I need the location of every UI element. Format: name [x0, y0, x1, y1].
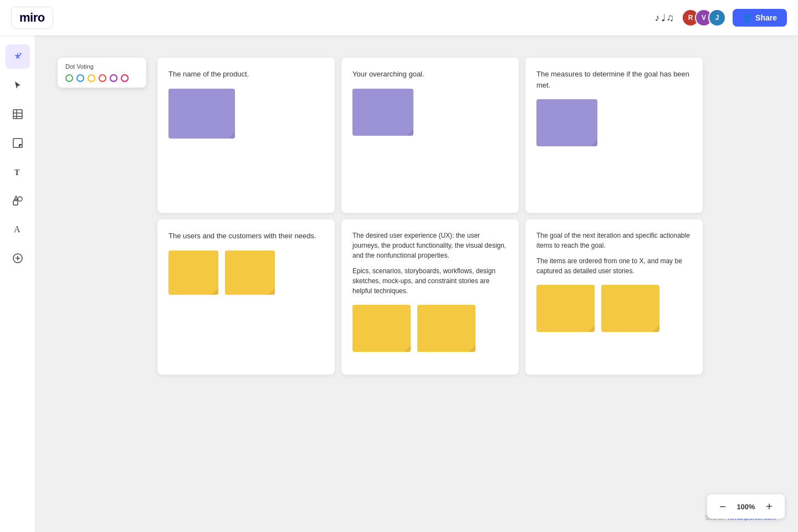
zoom-in-button[interactable]: + — [761, 499, 777, 514]
dot-voting-label: Dot Voting — [65, 63, 139, 70]
sticky-note[interactable] — [225, 250, 275, 295]
svg-point-8 — [18, 197, 22, 201]
card-5-para-2: Epics, scenarios, storyboards, workflows… — [352, 266, 508, 296]
card-6-para-2: The items are ordered from one to X, and… — [536, 256, 692, 276]
avatars-group: R V J — [682, 9, 726, 27]
canvas: Dot Voting The name of the product. Your… — [35, 35, 798, 532]
share-button[interactable]: 👤 Share — [733, 9, 787, 27]
svg-rect-7 — [13, 201, 18, 205]
card-product-name: The name of the product. — [157, 58, 335, 213]
card-ux: The desired user experience (UX): the us… — [341, 219, 519, 375]
card-goal: Your overarching goal. — [341, 58, 519, 213]
card-users: The users and the customers with their n… — [157, 219, 335, 375]
card-6-para-1: The goal of the next iteration and speci… — [536, 231, 692, 250]
sticky-note[interactable] — [352, 305, 411, 352]
sticky-note[interactable] — [168, 89, 235, 139]
share-label: Share — [755, 13, 777, 22]
sticky-note[interactable] — [168, 250, 218, 295]
dot-green[interactable] — [65, 74, 73, 82]
tool-add[interactable] — [6, 246, 30, 270]
music-icon: ♪♩♫ — [655, 12, 676, 24]
card-5-stickies — [352, 305, 508, 352]
sticky-note[interactable] — [417, 305, 475, 352]
avatar-3[interactable]: J — [708, 9, 726, 27]
dot-voting-panel: Dot Voting — [58, 58, 146, 88]
header-icons: ♪♩♫ — [655, 12, 676, 24]
tool-table[interactable] — [6, 102, 30, 126]
svg-rect-1 — [13, 110, 22, 119]
card-2-stickies — [352, 89, 508, 136]
card-6-text: The goal of the next iteration and speci… — [536, 231, 692, 276]
card-3-title: The measures to determine if the goal ha… — [536, 69, 692, 90]
svg-text:T: T — [14, 168, 20, 177]
card-3-stickies — [536, 99, 692, 146]
tool-font[interactable]: A — [6, 217, 30, 242]
card-6-stickies — [536, 285, 692, 332]
card-measures: The measures to determine if the goal ha… — [525, 58, 703, 213]
card-2-title: Your overarching goal. — [352, 69, 508, 80]
card-5-text: The desired user experience (UX): the us… — [352, 231, 508, 296]
tool-magic[interactable] — [6, 44, 30, 69]
sticky-note[interactable] — [352, 89, 413, 136]
card-5-para-1: The desired user experience (UX): the us… — [352, 231, 508, 260]
card-iteration: The goal of the next iteration and speci… — [525, 219, 703, 375]
card-1-title: The name of the product. — [168, 69, 324, 80]
zoom-out-button[interactable]: − — [715, 499, 730, 514]
logo-container: miro — [11, 7, 53, 29]
sticky-note[interactable] — [601, 285, 659, 332]
logo-text: miro — [19, 11, 45, 25]
svg-point-0 — [19, 53, 21, 55]
dot-red[interactable] — [99, 74, 106, 82]
header: miro ♪♩♫ R V J 👤 Share — [0, 0, 798, 35]
zoom-level: 100% — [735, 503, 757, 511]
tool-shapes[interactable] — [6, 188, 30, 213]
dot-pink[interactable] — [121, 74, 129, 82]
dot-yellow[interactable] — [88, 74, 95, 82]
sidebar: T A — [0, 35, 35, 532]
tool-cursor[interactable] — [6, 73, 30, 98]
svg-text:A: A — [14, 224, 21, 234]
tool-sticky[interactable] — [6, 131, 30, 155]
sticky-note[interactable] — [536, 285, 595, 332]
zoom-controls: − 100% + — [707, 494, 785, 519]
sticky-note[interactable] — [536, 99, 597, 146]
dot-purple[interactable] — [110, 74, 117, 82]
share-icon: 👤 — [743, 13, 752, 22]
dots-row — [65, 74, 139, 82]
tool-text[interactable]: T — [6, 160, 30, 184]
svg-rect-5 — [13, 139, 22, 147]
header-right: ♪♩♫ R V J 👤 Share — [655, 9, 787, 27]
card-4-stickies — [168, 250, 324, 295]
card-4-title: The users and the customers with their n… — [168, 231, 324, 242]
cards-grid: The name of the product. Your overarchin… — [157, 58, 703, 375]
card-1-stickies — [168, 89, 324, 139]
dot-blue[interactable] — [76, 74, 84, 82]
